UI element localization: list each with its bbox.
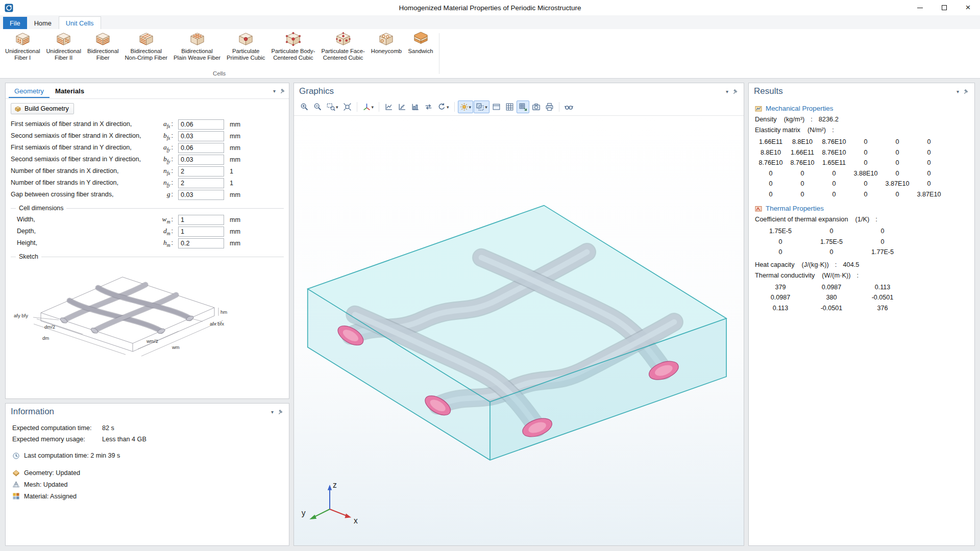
field-symbol: nfx: [163,167,178,176]
pin-icon[interactable] [733,89,739,94]
field-row: Number of fiber strands in X direction, … [11,165,284,177]
field-unit: 1 [230,180,233,187]
maximize-button[interactable] [932,0,956,15]
build-geometry-button[interactable]: Build Geometry [11,103,74,114]
symbol-letter: h [163,239,167,246]
tab-unit-cells[interactable]: Unit Cells [59,16,101,29]
chevron-down-icon[interactable]: ▾ [469,105,472,110]
chevron-down-icon[interactable]: ▾ [372,105,374,110]
zoom-out-button[interactable] [311,101,324,113]
particulate-body-centered-cubic-button[interactable]: Particulate Body-Centered Cubic [268,29,318,62]
sync-views-button[interactable] [422,101,435,113]
unidirectional-fiber-1-button[interactable]: UnidirectionalFiber I [2,29,43,62]
pin-icon[interactable] [280,88,286,94]
field-label: Height, [17,239,37,246]
input-depth[interactable] [178,227,224,237]
input-gap[interactable] [178,190,224,200]
status-text: Mesh: Updated [24,481,67,488]
input-width[interactable] [178,215,224,225]
bidirectional-fiber-button[interactable]: BidirectionalFiber [84,29,122,62]
section-title: Mechanical Properties [766,105,833,112]
matrix-cell: 0.0987 [806,282,857,293]
pin-icon[interactable] [964,89,969,94]
axis-z-label: z [333,481,337,489]
matrix-cell: 1.66E11 [755,137,787,147]
tab-geometry[interactable]: Geometry [9,84,50,98]
bidirectional-non-crimp-fiber-button[interactable]: BidirectionalNon-Crimp Fiber [121,29,170,62]
input-b-fx[interactable] [178,131,224,141]
mechanical-properties-section[interactable]: Mechanical Properties [755,105,968,112]
pin-icon[interactable] [278,409,284,415]
tab-home[interactable]: Home [28,17,58,29]
chevron-down-icon[interactable]: ▾ [726,89,728,94]
minimize-button[interactable] [908,0,932,15]
view-window-button[interactable] [490,101,503,113]
tab-file[interactable]: File [3,17,27,29]
input-n-fx[interactable] [178,166,224,177]
colon: : [875,215,877,223]
sandwich-button[interactable]: Sandwich [405,29,436,56]
colon: : [172,239,174,246]
honeycomb-button[interactable]: Honeycomb [368,29,405,56]
matrix-cell: 1.75E-5 [806,237,857,247]
scene-light-button[interactable]: ▾ [458,101,474,113]
matrix-cell: 1.66E11 [787,147,818,158]
input-a-fy[interactable] [178,143,224,153]
cell-dimensions-group-title: Cell dimensions [11,205,284,212]
tab-materials[interactable]: Materials [50,84,90,98]
information-panel: Information ▾ Expected computation time:… [5,403,289,546]
plot-update-button[interactable] [517,101,529,113]
graphics-canvas[interactable]: z y x [294,116,744,545]
symbol-letter: a [163,120,167,128]
unit-cell-3d-view[interactable]: z y x [294,116,744,545]
particulate-face-centered-cubic-button[interactable]: Particulate Face-Centered Cubic [318,29,368,62]
refresh-button[interactable]: ▾ [435,101,451,113]
close-button[interactable]: × [956,0,980,15]
info-label: Expected computation time: [12,424,102,432]
matrix-cell: 0 [818,179,850,189]
bar-plot-button[interactable] [409,101,422,113]
thermal-properties-section[interactable]: Thermal Properties [755,205,968,212]
status-row: Geometry: Updated [12,467,282,479]
input-n-fy[interactable] [178,178,224,188]
field-label: First semiaxis of fiber strand in X dire… [11,120,132,128]
unidirectional-fiber-2-button[interactable]: UnidirectionalFiber II [43,29,84,62]
input-a-fx[interactable] [178,119,224,130]
matrix-cell: 0 [881,137,913,147]
button-label: Sandwich [408,48,433,55]
grid-icon [505,103,514,111]
snapshot-button[interactable] [530,101,543,113]
hidden-objects-button[interactable] [562,101,575,113]
default-view-button[interactable]: ▾ [360,101,376,113]
bidirectional-plain-weave-fiber-button[interactable]: BidirectionalPlain Weave Fiber [170,29,224,62]
button-label: Fiber [87,55,119,61]
chevron-down-icon[interactable]: ▾ [271,409,274,415]
chevron-down-icon[interactable]: ▾ [485,105,487,110]
grid-button[interactable] [503,101,516,113]
symbol-subscript: m [167,219,170,224]
step-plot-button[interactable] [396,101,408,113]
matrix-cell: 3.88E10 [850,168,881,179]
print-button[interactable] [543,101,556,113]
matrix-cell: 0 [818,168,850,179]
input-height[interactable] [178,238,224,248]
field-unit: 1 [230,168,233,175]
transparency-button[interactable]: ▾ [474,101,489,113]
axis-y-label: y [302,509,306,517]
chevron-down-icon[interactable]: ▾ [273,88,276,94]
field-symbol: hm: [163,239,178,248]
matrix-cell: 0.0987 [755,292,806,303]
chevron-down-icon[interactable]: ▾ [957,89,959,94]
glasses-icon [565,103,573,111]
zoom-extents-button[interactable] [341,101,354,113]
settings-toolbar: Build Geometry [6,99,289,116]
scene-light-icon [460,103,469,111]
chevron-down-icon[interactable]: ▾ [447,105,449,110]
chevron-down-icon[interactable]: ▾ [336,105,338,110]
zoom-in-button[interactable] [298,101,311,113]
input-b-fy[interactable] [178,155,224,165]
particulate-primitive-cubic-button[interactable]: ParticulatePrimitive Cubic [224,29,268,62]
graphics-header: Graphics ▾ [294,83,744,98]
line-plot-button[interactable] [382,101,395,113]
zoom-box-button[interactable]: ▾ [325,101,340,113]
